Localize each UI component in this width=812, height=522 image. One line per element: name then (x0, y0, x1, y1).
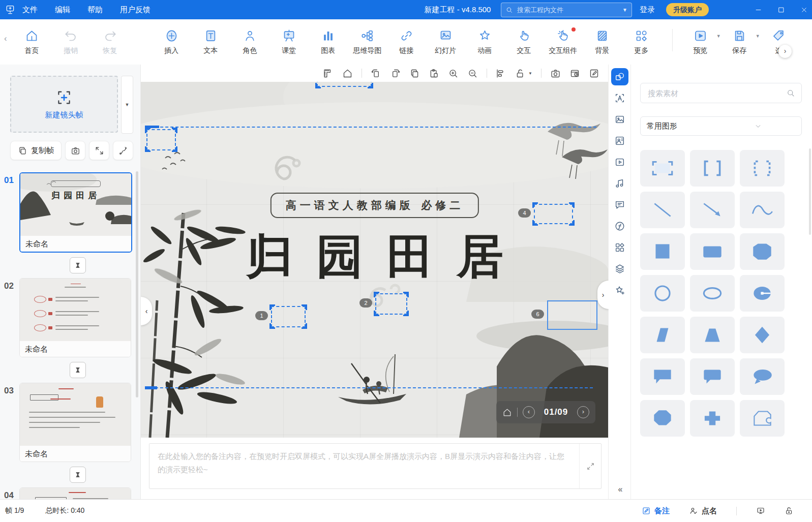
menu-item-0[interactable]: 文件 (22, 5, 38, 15)
shape-trapezoid[interactable] (690, 317, 735, 353)
shape-callout-rounded[interactable] (690, 358, 735, 395)
toolbar-interaction-button[interactable]: 交互 (504, 29, 544, 55)
frame-card[interactable]: 未命名 (19, 383, 131, 462)
strip-comment-button[interactable] (611, 196, 628, 213)
canvas-stage[interactable]: 高一语文人教部编版 必修二 归园田居 1246 ‹ 01/09 › ‹ › (141, 82, 609, 438)
frame-card[interactable] (19, 487, 131, 499)
collapse-left-panel-button[interactable]: ‹ (141, 297, 152, 325)
frame-card[interactable]: 归园田居 未命名 (19, 172, 132, 253)
toolbar-chart-button[interactable]: 图表 (309, 29, 348, 55)
chevron-down-icon[interactable]: ▼ (528, 71, 532, 76)
strip-layers-button[interactable] (611, 260, 628, 278)
toolbar-undo-button[interactable]: 撤销 (51, 29, 91, 55)
zoom-out-icon[interactable] (467, 68, 478, 79)
next-page-button[interactable]: › (577, 406, 589, 418)
collapse-right-panel-button[interactable]: « (618, 485, 622, 494)
frame-name[interactable]: 未命名 (20, 236, 131, 252)
toolbar-character-button[interactable]: 角色 (230, 29, 269, 55)
strip-image-button[interactable] (611, 111, 628, 128)
element-selection-box[interactable] (146, 129, 176, 150)
lock-icon[interactable] (515, 68, 526, 79)
camera-frame-button[interactable] (65, 141, 85, 160)
menu-item-1[interactable]: 编辑 (55, 5, 70, 15)
upgrade-account-button[interactable]: 升级账户 (666, 3, 709, 16)
align-icon[interactable] (496, 68, 506, 79)
frame-thumbnail-01[interactable]: 01 归园田居 未命名 (4, 172, 140, 253)
shape-circle[interactable] (640, 275, 685, 312)
project-search-input[interactable] (516, 6, 620, 14)
prev-page-button[interactable]: ‹ (523, 406, 535, 418)
shape-crop-frame[interactable] (640, 150, 685, 187)
strip-text-box-button[interactable] (611, 89, 628, 107)
history-icon[interactable] (569, 68, 580, 79)
rotate-right-icon[interactable] (390, 68, 401, 79)
frame-transition-button[interactable] (70, 467, 86, 483)
toolbar-insert-button[interactable]: 插入 (152, 29, 191, 55)
menu-item-3[interactable]: 用户反馈 (120, 5, 151, 15)
element-selection-box[interactable] (534, 204, 573, 224)
shape-callout-rect[interactable] (640, 358, 685, 395)
shape-brackets[interactable] (690, 150, 735, 187)
strip-formula-button[interactable] (611, 218, 628, 235)
expand-right-tab-button[interactable]: › (597, 281, 609, 309)
shape-snip-rect[interactable] (740, 233, 785, 270)
toolbar-more-button[interactable]: 更多 (622, 29, 661, 55)
motion-path-button[interactable] (113, 141, 133, 160)
frame-transition-button[interactable] (70, 362, 86, 378)
frame-thumbnail-04[interactable]: 04 (4, 487, 140, 499)
chevron-down-icon[interactable]: ▼ (622, 7, 627, 13)
shape-line[interactable] (640, 192, 685, 228)
frame-preview[interactable] (20, 488, 131, 499)
lock-button[interactable] (785, 506, 794, 515)
shape-octagon[interactable] (640, 400, 685, 437)
toolbar-animation-button[interactable]: 动画 (465, 29, 504, 55)
new-camera-frame-button[interactable]: 新建镜头帧 (10, 76, 118, 133)
zoom-in-icon[interactable] (448, 68, 459, 79)
shape-brackets-dashed[interactable] (740, 150, 785, 187)
strip-audio-button[interactable] (611, 175, 628, 192)
shape-diamond[interactable] (740, 317, 785, 353)
nav-home-icon[interactable] (342, 68, 353, 79)
copy-icon[interactable] (409, 68, 420, 79)
frame-name[interactable]: 未命名 (20, 341, 131, 357)
project-search[interactable]: ▼ (501, 3, 632, 17)
frame-name[interactable]: 未命名 (20, 446, 131, 462)
frame-preview[interactable] (20, 383, 131, 446)
shape-rounded-rect[interactable] (690, 233, 735, 270)
strip-favorites-button[interactable] (611, 282, 628, 299)
element-selection-box[interactable] (547, 300, 597, 330)
toolbar-classroom-button[interactable]: 课堂 (269, 29, 309, 55)
toolbar-mindmap-button[interactable]: 思维导图 (348, 29, 387, 55)
element-order-badge[interactable]: 4 (518, 208, 531, 218)
strip-video-button[interactable] (611, 153, 628, 171)
login-button[interactable]: 登录 (640, 5, 655, 15)
strip-widgets-button[interactable] (611, 239, 628, 256)
minimize-button[interactable] (755, 6, 762, 14)
frame-preview[interactable] (20, 279, 131, 341)
menu-item-2[interactable]: 帮助 (87, 5, 103, 15)
ruler-icon[interactable] (323, 68, 334, 79)
edit-icon[interactable] (589, 68, 599, 79)
shape-cross[interactable] (690, 400, 735, 437)
screenshot-icon[interactable] (550, 68, 561, 79)
element-selection-box[interactable] (317, 82, 372, 87)
rollcall-button[interactable]: 点名 (689, 506, 717, 516)
frame-card[interactable]: 未命名 (19, 278, 131, 357)
slide-title[interactable]: 归园田居 (246, 225, 527, 288)
element-selection-box[interactable] (375, 293, 407, 315)
toolbar-background-button[interactable]: 背景 (583, 29, 622, 55)
copy-frame-button[interactable]: 复制帧 (10, 141, 62, 160)
toolbar-scroll-right-button[interactable]: › (778, 45, 792, 58)
notes-input[interactable] (149, 444, 579, 488)
close-button[interactable] (800, 6, 808, 14)
maximize-button[interactable] (777, 6, 785, 14)
toolbar-home-button[interactable]: 首页 (12, 29, 51, 55)
shape-ellipse[interactable] (690, 275, 735, 312)
frame-transition-button[interactable] (70, 257, 86, 273)
toolbar-interactive-widget-button[interactable]: 交互组件 (544, 29, 583, 55)
strip-shapes-button[interactable] (611, 68, 628, 85)
nav-home-icon[interactable] (502, 408, 512, 417)
notes-toggle-button[interactable]: 备注 (642, 506, 670, 516)
paste-icon[interactable] (429, 68, 439, 79)
element-order-badge[interactable]: 6 (531, 310, 544, 319)
